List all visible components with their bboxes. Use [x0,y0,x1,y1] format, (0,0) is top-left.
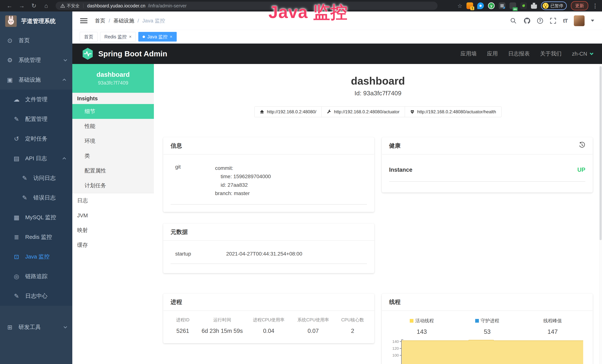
sba-nav-about[interactable]: 关于我们 [540,50,562,57]
info-key: git [171,164,215,197]
sidebar-item-log-center[interactable]: ✎ 日志中心 [0,286,72,306]
ytick-120: 120 [392,346,399,351]
insights-item-scheduled[interactable]: 计划任务 [72,178,154,193]
instance-sidebar: dashboard 93a3fc7f7409 Insights 细节 性能 环境… [72,64,154,364]
on-extension-icon[interactable]: on [509,2,516,9]
user-caret-icon[interactable] [591,20,594,22]
close-icon[interactable]: × [170,34,172,39]
insights-item-configprops[interactable]: 配置属性 [72,163,154,178]
sidebar-item-system[interactable]: ⚙ 系统管理 [0,50,72,70]
insights-item-details[interactable]: 细节 [72,104,154,119]
health-instance-row: Instance UP [389,167,585,182]
leaf-extension-icon[interactable] [520,2,527,9]
sidebar-item-label: 配置管理 [25,115,47,123]
edit-icon: ✎ [13,116,20,123]
forward-icon[interactable]: → [16,0,27,11]
sidebar-item-jobs[interactable]: ↺ 定时任务 [0,129,72,149]
extension-icon-orange[interactable]: 1 [466,2,473,9]
collapse-menu-icon[interactable] [80,18,87,23]
threads-chart: 140 120 100 [389,339,585,364]
sidebar-item-api-log[interactable]: ▤ API 日志 [0,149,72,168]
sidebar-item-config[interactable]: ✎ 配置管理 [0,109,72,129]
extensions-puzzle-icon[interactable] [531,3,537,9]
management-url: http://192.168.0.2:48080/actuator [334,109,399,114]
instance-name: dashboard [97,71,130,78]
sba-hexagon-icon [82,47,93,60]
sidebar-item-access-log[interactable]: ✎ 访问日志 [0,168,72,188]
sidebar-item-label: Redis 监控 [25,233,52,241]
system-cpu: 0.07 [291,328,335,334]
letter-extension-icon[interactable]: y [488,2,495,9]
edit-square-icon: ✎ [21,174,29,182]
sidebar-item-trace[interactable]: ◎ 链路追踪 [0,267,72,286]
sba-nav: 应用墙 应用 日志报表 关于我们 zh-CN [461,50,592,57]
reload-icon[interactable]: ↻ [29,0,39,11]
extension-badge: 1 [470,7,474,10]
management-url-button[interactable]: http://192.168.0.2:48080/actuator [322,107,405,117]
breadcrumb-home[interactable]: 首页 [95,17,105,24]
tab-redis[interactable]: Redis 监控 × [100,32,136,42]
history-icon[interactable] [579,142,585,150]
sidebar-item-java-monitor[interactable]: ⊡ Java 监控 [0,247,72,267]
font-size-icon[interactable]: tT [563,18,568,24]
close-icon[interactable]: × [129,34,131,39]
insights-item-metrics[interactable]: 性能 [72,119,154,134]
instance-header[interactable]: dashboard 93a3fc7f7409 [72,64,154,93]
sidebar-item-mappings[interactable]: 映射 [72,223,154,238]
legend-daemon: 守护进程 [454,318,520,324]
sidebar-item-home[interactable]: ⊙ 首页 [0,31,72,50]
sidebar-item-redis[interactable]: ≣ Redis 监控 [0,227,72,247]
profile-chip[interactable]: 已暂停 [541,1,567,10]
tab-java[interactable]: Java 监控 × [138,32,176,42]
java-monitor-icon: ⊡ [13,253,20,260]
user-avatar[interactable] [574,15,585,26]
sidebar-item-infra[interactable]: ▣ 基础设施 [0,70,72,90]
chevron-down-icon [64,325,67,328]
bookmark-star-icon[interactable]: ☆ [457,3,462,9]
sidebar-item-label: 系统管理 [19,56,41,64]
scrollbar-thumb[interactable] [600,66,602,240]
sba-brand[interactable]: Spring Boot Admin [82,47,167,60]
sidebar-item-caches[interactable]: 缓存 [72,238,154,253]
cpu-cores: 2 [335,328,370,334]
home-icon[interactable]: ⌂ [41,0,52,11]
tab-label: Java 监控 [147,34,168,40]
info-value: commit: time: 1596289704000 id: 27aa832 … [215,164,271,197]
process-uptime: 6d 23h 15m 59s [198,328,247,334]
process-card-title: 进程 [163,294,374,310]
health-url: http://192.168.0.2:48080/actuator/health [417,109,496,114]
pin-extension-icon[interactable] [477,2,484,9]
security-warning[interactable]: 不安全 [60,3,80,9]
update-button[interactable]: 更新 [571,1,588,11]
chrome-menu-icon[interactable]: ⋮ [592,3,598,9]
legend-blue-swatch [475,319,479,323]
sidebar-item-dev-tools[interactable]: ⊞ 研发工具 [0,317,72,337]
sba-nav-applications[interactable]: 应用 [487,50,498,57]
sidebar-item-mysql[interactable]: ▦ MySQL 监控 [0,207,72,227]
locale-select[interactable]: zh-CN [572,51,592,57]
sba-nav-journal[interactable]: 日志报表 [508,50,530,57]
sidebar-item-files[interactable]: ☁ 文件管理 [0,90,72,109]
sidebar-item-error-log[interactable]: ✎ 错误日志 [0,188,72,207]
insights-item-classes[interactable]: 类 [72,149,154,163]
back-icon[interactable]: ← [4,0,15,11]
address-bar[interactable]: 不安全 dashboard.yudao.iocoder.cn/infra/adm… [56,2,438,10]
health-url-button[interactable]: http://192.168.0.2:48080/actuator/health [405,107,502,117]
sidebar-item-logfile[interactable]: 日志 [72,193,154,208]
fullscreen-icon[interactable] [549,17,557,24]
grid-extension-icon[interactable] [499,2,505,9]
service-url-button[interactable]: http://192.168.0.2:48080/ [254,107,322,117]
search-icon[interactable] [510,17,517,24]
tab-home[interactable]: 首页 [80,32,97,42]
legend-live: 活动线程 [389,318,455,324]
sidebar-item-jvm[interactable]: JVM [72,208,154,223]
breadcrumb-infra[interactable]: 基础设施 [113,17,134,24]
extension-letter: y [490,4,492,8]
github-icon[interactable] [523,17,531,24]
sidebar-item-label: 研发工具 [19,323,41,331]
insights-item-env[interactable]: 环境 [72,134,154,149]
scrollbar[interactable] [599,64,602,364]
sba-brand-name: Spring Boot Admin [98,50,167,58]
help-icon[interactable]: ? [537,18,543,24]
sba-nav-wallboard[interactable]: 应用墙 [461,50,477,57]
